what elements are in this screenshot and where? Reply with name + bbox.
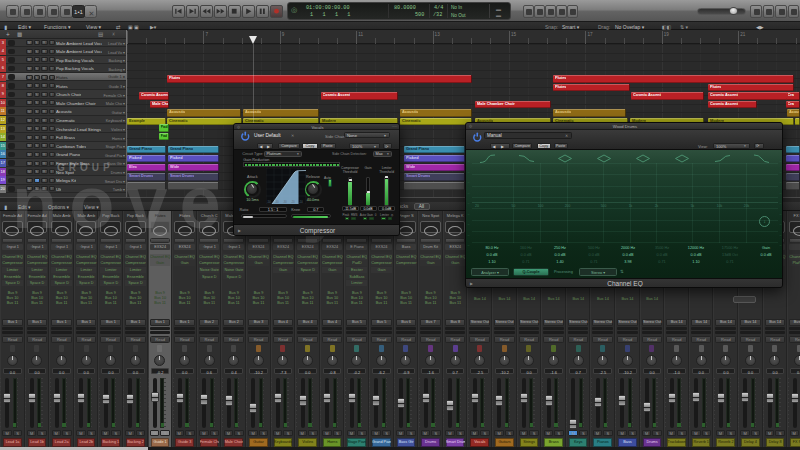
svg-text:-20: -20 (291, 200, 295, 204)
svg-text:-40: -40 (275, 200, 279, 204)
svg-text:-30: -30 (283, 200, 287, 204)
svg-text:-50: -50 (267, 200, 271, 204)
